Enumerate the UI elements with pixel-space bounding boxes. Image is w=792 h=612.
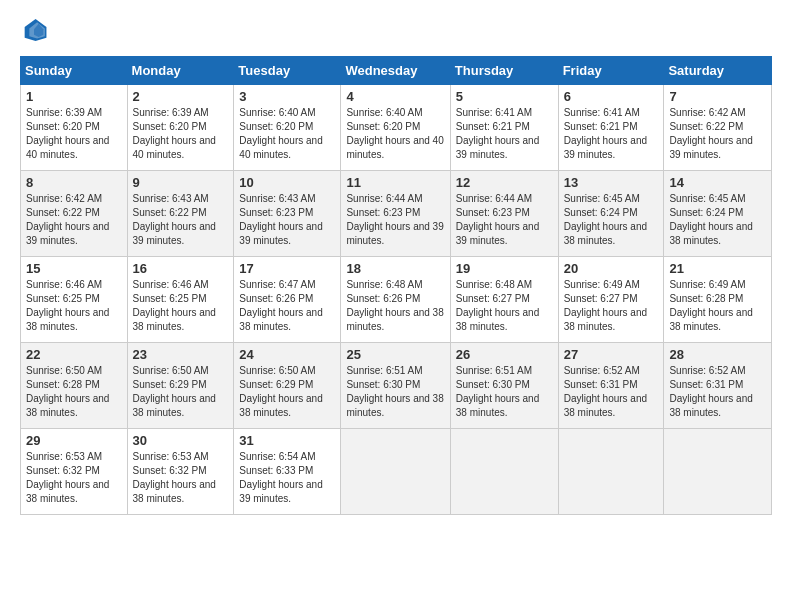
calendar-cell: 25 Sunrise: 6:51 AM Sunset: 6:30 PM Dayl… xyxy=(341,343,450,429)
day-number: 21 xyxy=(669,261,766,276)
calendar-cell: 17 Sunrise: 6:47 AM Sunset: 6:26 PM Dayl… xyxy=(234,257,341,343)
day-info: Sunrise: 6:40 AM Sunset: 6:20 PM Dayligh… xyxy=(346,106,444,162)
day-info: Sunrise: 6:44 AM Sunset: 6:23 PM Dayligh… xyxy=(346,192,444,248)
calendar-cell: 30 Sunrise: 6:53 AM Sunset: 6:32 PM Dayl… xyxy=(127,429,234,515)
calendar-cell: 5 Sunrise: 6:41 AM Sunset: 6:21 PM Dayli… xyxy=(450,85,558,171)
day-info: Sunrise: 6:50 AM Sunset: 6:28 PM Dayligh… xyxy=(26,364,122,420)
calendar-cell: 29 Sunrise: 6:53 AM Sunset: 6:32 PM Dayl… xyxy=(21,429,128,515)
weekday-header: Wednesday xyxy=(341,57,450,85)
calendar-body: 1 Sunrise: 6:39 AM Sunset: 6:20 PM Dayli… xyxy=(21,85,772,515)
calendar-cell: 13 Sunrise: 6:45 AM Sunset: 6:24 PM Dayl… xyxy=(558,171,664,257)
day-number: 25 xyxy=(346,347,444,362)
calendar-cell: 23 Sunrise: 6:50 AM Sunset: 6:29 PM Dayl… xyxy=(127,343,234,429)
calendar-cell: 15 Sunrise: 6:46 AM Sunset: 6:25 PM Dayl… xyxy=(21,257,128,343)
day-info: Sunrise: 6:39 AM Sunset: 6:20 PM Dayligh… xyxy=(133,106,229,162)
calendar-week-row: 1 Sunrise: 6:39 AM Sunset: 6:20 PM Dayli… xyxy=(21,85,772,171)
day-info: Sunrise: 6:45 AM Sunset: 6:24 PM Dayligh… xyxy=(669,192,766,248)
day-number: 1 xyxy=(26,89,122,104)
day-number: 8 xyxy=(26,175,122,190)
day-info: Sunrise: 6:43 AM Sunset: 6:22 PM Dayligh… xyxy=(133,192,229,248)
calendar-cell: 19 Sunrise: 6:48 AM Sunset: 6:27 PM Dayl… xyxy=(450,257,558,343)
calendar-cell: 14 Sunrise: 6:45 AM Sunset: 6:24 PM Dayl… xyxy=(664,171,772,257)
calendar-cell: 11 Sunrise: 6:44 AM Sunset: 6:23 PM Dayl… xyxy=(341,171,450,257)
day-info: Sunrise: 6:46 AM Sunset: 6:25 PM Dayligh… xyxy=(133,278,229,334)
day-number: 15 xyxy=(26,261,122,276)
weekday-header: Monday xyxy=(127,57,234,85)
day-info: Sunrise: 6:39 AM Sunset: 6:20 PM Dayligh… xyxy=(26,106,122,162)
calendar-cell: 18 Sunrise: 6:48 AM Sunset: 6:26 PM Dayl… xyxy=(341,257,450,343)
day-number: 26 xyxy=(456,347,553,362)
weekday-header: Friday xyxy=(558,57,664,85)
day-number: 7 xyxy=(669,89,766,104)
day-info: Sunrise: 6:54 AM Sunset: 6:33 PM Dayligh… xyxy=(239,450,335,506)
day-number: 10 xyxy=(239,175,335,190)
calendar-cell: 6 Sunrise: 6:41 AM Sunset: 6:21 PM Dayli… xyxy=(558,85,664,171)
day-info: Sunrise: 6:42 AM Sunset: 6:22 PM Dayligh… xyxy=(26,192,122,248)
calendar-cell: 12 Sunrise: 6:44 AM Sunset: 6:23 PM Dayl… xyxy=(450,171,558,257)
calendar-cell xyxy=(450,429,558,515)
day-number: 30 xyxy=(133,433,229,448)
day-number: 13 xyxy=(564,175,659,190)
day-info: Sunrise: 6:41 AM Sunset: 6:21 PM Dayligh… xyxy=(456,106,553,162)
header xyxy=(20,16,772,44)
day-number: 20 xyxy=(564,261,659,276)
day-info: Sunrise: 6:50 AM Sunset: 6:29 PM Dayligh… xyxy=(133,364,229,420)
day-number: 28 xyxy=(669,347,766,362)
day-info: Sunrise: 6:51 AM Sunset: 6:30 PM Dayligh… xyxy=(346,364,444,420)
calendar-cell: 9 Sunrise: 6:43 AM Sunset: 6:22 PM Dayli… xyxy=(127,171,234,257)
calendar-cell: 2 Sunrise: 6:39 AM Sunset: 6:20 PM Dayli… xyxy=(127,85,234,171)
weekday-header: Saturday xyxy=(664,57,772,85)
day-number: 5 xyxy=(456,89,553,104)
day-number: 27 xyxy=(564,347,659,362)
weekday-header: Thursday xyxy=(450,57,558,85)
calendar-cell xyxy=(341,429,450,515)
day-number: 23 xyxy=(133,347,229,362)
day-number: 6 xyxy=(564,89,659,104)
calendar-cell: 28 Sunrise: 6:52 AM Sunset: 6:31 PM Dayl… xyxy=(664,343,772,429)
calendar-cell: 16 Sunrise: 6:46 AM Sunset: 6:25 PM Dayl… xyxy=(127,257,234,343)
page: SundayMondayTuesdayWednesdayThursdayFrid… xyxy=(0,0,792,612)
calendar-header-row: SundayMondayTuesdayWednesdayThursdayFrid… xyxy=(21,57,772,85)
day-info: Sunrise: 6:41 AM Sunset: 6:21 PM Dayligh… xyxy=(564,106,659,162)
day-number: 19 xyxy=(456,261,553,276)
day-number: 31 xyxy=(239,433,335,448)
day-info: Sunrise: 6:40 AM Sunset: 6:20 PM Dayligh… xyxy=(239,106,335,162)
day-number: 14 xyxy=(669,175,766,190)
calendar-cell: 8 Sunrise: 6:42 AM Sunset: 6:22 PM Dayli… xyxy=(21,171,128,257)
day-info: Sunrise: 6:49 AM Sunset: 6:28 PM Dayligh… xyxy=(669,278,766,334)
day-info: Sunrise: 6:52 AM Sunset: 6:31 PM Dayligh… xyxy=(669,364,766,420)
day-number: 4 xyxy=(346,89,444,104)
day-info: Sunrise: 6:47 AM Sunset: 6:26 PM Dayligh… xyxy=(239,278,335,334)
calendar-cell: 22 Sunrise: 6:50 AM Sunset: 6:28 PM Dayl… xyxy=(21,343,128,429)
calendar-week-row: 15 Sunrise: 6:46 AM Sunset: 6:25 PM Dayl… xyxy=(21,257,772,343)
calendar-cell: 7 Sunrise: 6:42 AM Sunset: 6:22 PM Dayli… xyxy=(664,85,772,171)
day-info: Sunrise: 6:43 AM Sunset: 6:23 PM Dayligh… xyxy=(239,192,335,248)
day-number: 29 xyxy=(26,433,122,448)
calendar-cell: 4 Sunrise: 6:40 AM Sunset: 6:20 PM Dayli… xyxy=(341,85,450,171)
day-number: 16 xyxy=(133,261,229,276)
calendar-cell: 20 Sunrise: 6:49 AM Sunset: 6:27 PM Dayl… xyxy=(558,257,664,343)
day-info: Sunrise: 6:49 AM Sunset: 6:27 PM Dayligh… xyxy=(564,278,659,334)
logo-icon xyxy=(20,16,48,44)
day-info: Sunrise: 6:45 AM Sunset: 6:24 PM Dayligh… xyxy=(564,192,659,248)
day-number: 11 xyxy=(346,175,444,190)
logo xyxy=(20,16,52,44)
day-number: 2 xyxy=(133,89,229,104)
day-info: Sunrise: 6:52 AM Sunset: 6:31 PM Dayligh… xyxy=(564,364,659,420)
calendar-cell xyxy=(558,429,664,515)
day-number: 17 xyxy=(239,261,335,276)
day-info: Sunrise: 6:42 AM Sunset: 6:22 PM Dayligh… xyxy=(669,106,766,162)
calendar-cell: 26 Sunrise: 6:51 AM Sunset: 6:30 PM Dayl… xyxy=(450,343,558,429)
day-info: Sunrise: 6:48 AM Sunset: 6:27 PM Dayligh… xyxy=(456,278,553,334)
calendar-cell: 21 Sunrise: 6:49 AM Sunset: 6:28 PM Dayl… xyxy=(664,257,772,343)
day-info: Sunrise: 6:48 AM Sunset: 6:26 PM Dayligh… xyxy=(346,278,444,334)
day-number: 9 xyxy=(133,175,229,190)
day-number: 18 xyxy=(346,261,444,276)
calendar-cell: 31 Sunrise: 6:54 AM Sunset: 6:33 PM Dayl… xyxy=(234,429,341,515)
day-info: Sunrise: 6:44 AM Sunset: 6:23 PM Dayligh… xyxy=(456,192,553,248)
calendar-cell: 24 Sunrise: 6:50 AM Sunset: 6:29 PM Dayl… xyxy=(234,343,341,429)
calendar-week-row: 8 Sunrise: 6:42 AM Sunset: 6:22 PM Dayli… xyxy=(21,171,772,257)
calendar-week-row: 29 Sunrise: 6:53 AM Sunset: 6:32 PM Dayl… xyxy=(21,429,772,515)
day-info: Sunrise: 6:53 AM Sunset: 6:32 PM Dayligh… xyxy=(133,450,229,506)
day-info: Sunrise: 6:51 AM Sunset: 6:30 PM Dayligh… xyxy=(456,364,553,420)
